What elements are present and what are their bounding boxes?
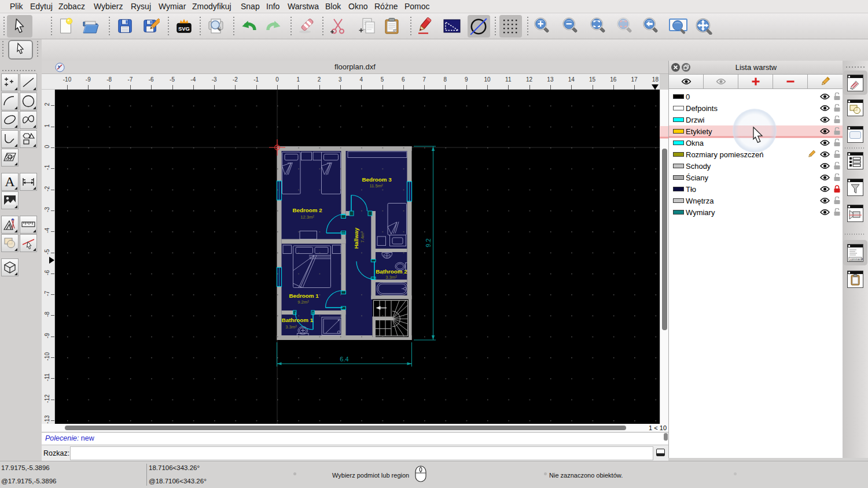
svg-text:A: A bbox=[5, 174, 15, 189]
svg-text:SVG: SVG bbox=[178, 26, 190, 32]
svg-text:command: command bbox=[850, 257, 863, 261]
